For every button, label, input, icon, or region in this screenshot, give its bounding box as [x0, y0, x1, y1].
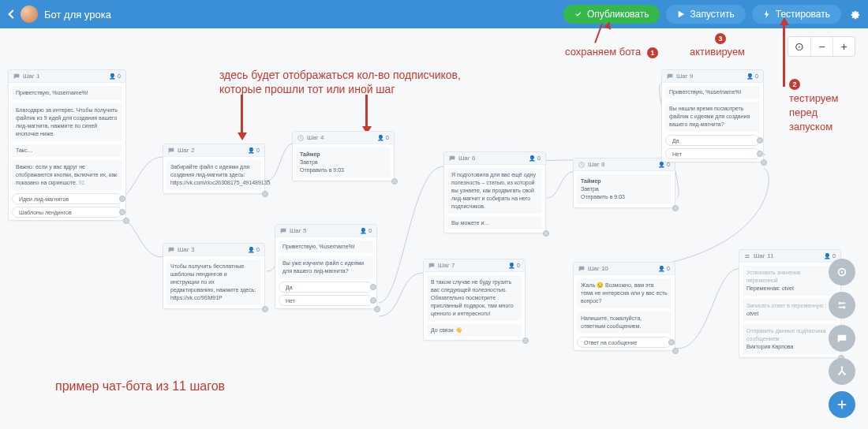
svg-point-6	[839, 302, 842, 305]
svg-rect-3	[745, 256, 749, 257]
message-block: Важно: если у вас вдруг не отображаются …	[12, 160, 122, 190]
svg-rect-2	[745, 255, 749, 256]
message-block: Приветствую, %username%!	[12, 86, 122, 100]
fab-settings[interactable]	[829, 292, 855, 319]
message-block: Вы уже изучили файл с идеями для вашего …	[279, 256, 373, 278]
step-title: Шаг 5	[290, 227, 360, 234]
output-port[interactable]	[374, 306, 380, 312]
top-bar: Бот для урока Опубликовать Запустить Тес…	[0, 0, 868, 28]
message-block: Благодарю за интерес. Чтобы получить фай…	[12, 103, 122, 141]
svg-point-7	[843, 306, 846, 309]
subscriber-count: 👤 0	[248, 147, 260, 154]
publish-label: Опубликовать	[587, 9, 649, 20]
chat-icon	[667, 73, 673, 80]
message-block: Вы нашли время посмотреть файлик с идеям…	[665, 102, 760, 132]
reply-button[interactable]: Нет	[279, 295, 373, 306]
run-button[interactable]: Запустить	[666, 5, 745, 24]
step-title: Шаг 8	[588, 161, 658, 168]
message-block: Такс…	[12, 144, 122, 157]
fab-branch[interactable]	[829, 358, 855, 385]
output-port[interactable]	[391, 178, 398, 185]
output-port[interactable]	[262, 306, 268, 312]
chat-icon	[280, 228, 286, 234]
run-label: Запустить	[690, 9, 734, 20]
step-card-5[interactable]: Шаг 5 👤 0 Приветствую, %username%! Вы уж…	[275, 224, 377, 309]
step-card-3[interactable]: Шаг 3 👤 0 Чтобы получить бесплатные шабл…	[163, 243, 265, 309]
chat-icon	[449, 155, 455, 162]
subscriber-count: 👤 0	[360, 228, 372, 234]
chat-icon	[13, 73, 20, 80]
timer-block: Таймер Завтра Отправить в 9:03	[296, 147, 391, 177]
chat-icon	[578, 266, 585, 272]
message-block: Чтобы получить бесплатные шаблоны лендин…	[166, 259, 261, 305]
reply-button[interactable]: Идеи лид-магнитов	[12, 193, 122, 204]
settings-icon	[744, 253, 750, 259]
step-title: Шаг 1	[23, 73, 109, 80]
step-card-2[interactable]: Шаг 2 👤 0 Забирайте файл с идеями для со…	[163, 144, 265, 194]
reply-button[interactable]: Да	[665, 135, 760, 146]
message-block: В таком случае не буду грузить вас следу…	[427, 275, 522, 321]
step-card-9[interactable]: Шаг 9 👤 0 Приветствую, %username%! Вы на…	[661, 69, 764, 162]
fab-add[interactable]	[829, 391, 855, 418]
flow-canvas[interactable]: Шаг 1 👤 0 Приветствую, %username%! Благо…	[0, 28, 868, 429]
chat-icon	[168, 147, 174, 154]
clock-icon	[297, 135, 304, 141]
step-card-8[interactable]: Шаг 8 👤 0 Таймер Завтра Отправить в 9:03	[573, 158, 675, 208]
subscriber-count: 👤 0	[746, 73, 758, 80]
step-card-7[interactable]: Шаг 7 👤 0 В таком случае не буду грузить…	[423, 259, 526, 341]
reply-button[interactable]: Ответ на сообщение	[577, 337, 672, 348]
output-port[interactable]	[672, 205, 679, 211]
subscriber-count: 👤 0	[248, 247, 260, 253]
step-title: Шаг 11	[754, 252, 824, 259]
fab-target[interactable]	[829, 259, 855, 285]
subscriber-count: 👤 0	[109, 73, 121, 80]
side-toolbar	[829, 259, 855, 418]
fab-chat[interactable]	[829, 325, 855, 352]
step-title: Шаг 3	[178, 246, 248, 253]
action-block: Записать ответ в переменную :otvet	[743, 299, 837, 321]
step-card-1[interactable]: Шаг 1 👤 0 Приветствую, %username%! Благо…	[8, 69, 126, 221]
step-card-11[interactable]: Шаг 11 👤 0 Установить значение переменно…	[739, 249, 841, 358]
output-port[interactable]	[672, 348, 679, 354]
output-port[interactable]	[761, 159, 767, 166]
svg-point-8	[841, 366, 844, 368]
reply-button[interactable]: Да	[279, 282, 373, 293]
output-port[interactable]	[543, 230, 549, 237]
clock-icon	[578, 162, 585, 168]
page-title: Бот для урока	[44, 9, 111, 21]
action-block: Установить значение переменнойПеременная…	[743, 266, 837, 296]
step-title: Шаг 10	[588, 265, 658, 272]
test-button[interactable]: Тестировать	[752, 5, 841, 24]
avatar[interactable]	[21, 6, 38, 23]
subscriber-count: 👤 0	[658, 266, 670, 272]
play-icon	[677, 10, 685, 18]
step-card-10[interactable]: Шаг 10 👤 0 Жаль 😔 Возможно, вам эта тема…	[573, 262, 675, 351]
message-block: Забирайте файл с идеями для создания лид…	[166, 160, 261, 190]
step-card-4[interactable]: Шаг 4 👤 0 Таймер Завтра Отправить в 9:03	[292, 131, 395, 181]
svg-point-9	[838, 373, 840, 375]
check-icon	[574, 10, 582, 18]
message-block: До связи 👋	[427, 324, 522, 337]
output-port[interactable]	[522, 338, 529, 344]
chat-icon	[168, 247, 174, 253]
message-block: Приветствую, %username%!	[279, 241, 373, 253]
step-title: Шаг 4	[307, 134, 377, 141]
step-title: Шаг 6	[458, 155, 529, 162]
reply-button[interactable]: Шаблоны лендингов	[12, 207, 122, 218]
output-port[interactable]	[262, 191, 268, 197]
publish-button[interactable]: Опубликовать	[563, 5, 660, 24]
subscriber-count: 👤 0	[529, 155, 541, 162]
message-block: Напишите, пожалуйста, ответным сообщение…	[577, 311, 672, 334]
back-icon[interactable]	[8, 9, 17, 18]
svg-point-5	[841, 271, 844, 274]
action-block: Отправить данные подписчика сообщением :…	[743, 324, 837, 354]
step-title: Шаг 2	[178, 147, 248, 154]
output-port[interactable]	[123, 218, 129, 224]
bolt-icon	[763, 10, 771, 18]
settings-icon[interactable]	[849, 9, 860, 20]
step-card-6[interactable]: Шаг 6 👤 0 Я подготовила для вас ещё одну…	[443, 151, 546, 233]
reply-button[interactable]: Нет	[665, 148, 760, 159]
message-block: Приветствую, %username%!	[665, 86, 760, 99]
step-title: Шаг 9	[676, 73, 746, 80]
message-block: Вы можете и…	[447, 217, 542, 229]
